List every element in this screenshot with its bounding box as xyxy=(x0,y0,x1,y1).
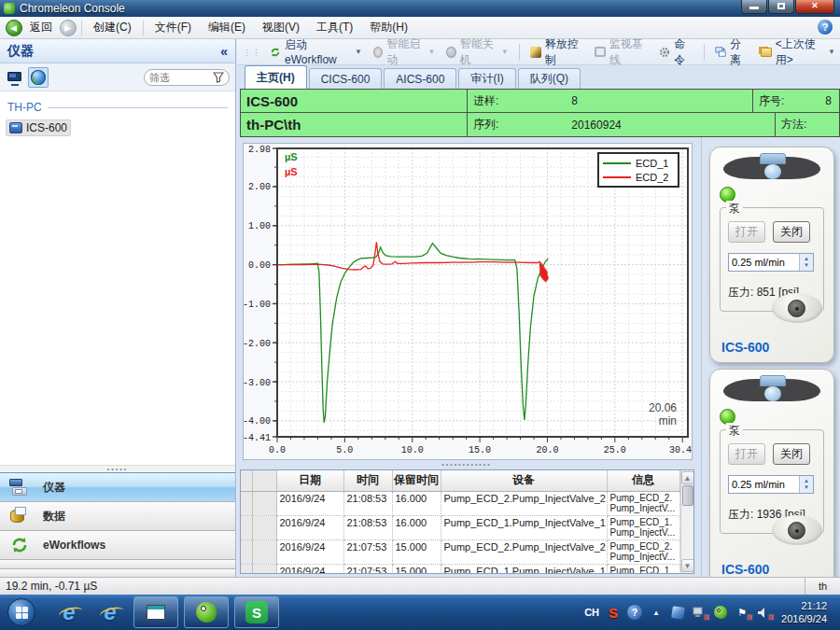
forward-icon[interactable]: ▶ xyxy=(60,20,77,36)
pump-card-2: 泵 打开 关闭 ▲▼ 压力: 1936 [psi] xyxy=(709,369,834,577)
menu-edit[interactable]: 编辑(E) xyxy=(200,17,254,38)
svg-text:2.98: 2.98 xyxy=(248,145,271,155)
window-titlebar: Chromeleon Console ✕ xyxy=(0,0,840,17)
flow-rate-input[interactable] xyxy=(729,476,799,493)
pump-off-button[interactable]: 关闭 xyxy=(773,443,810,465)
chart-plot[interactable]: 2.982.001.000.00-1.00-2.00-3.00-4.00-4.4… xyxy=(244,144,693,461)
tab-queue[interactable]: 队列(Q) xyxy=(518,68,581,89)
serial-label: 序号: xyxy=(759,93,784,109)
pump-on-button[interactable]: 打开 xyxy=(728,221,765,243)
ie-taskbar-icon-2[interactable]: e xyxy=(94,596,126,628)
sidebar-splitter[interactable]: ••••• xyxy=(0,465,235,472)
svg-text:30.4: 30.4 xyxy=(669,445,692,455)
log-scrollbar[interactable]: ▲ ▼ xyxy=(680,470,694,573)
instrument-icon xyxy=(9,122,22,133)
tab-home[interactable]: 主页(H) xyxy=(245,65,307,89)
svg-text:20.0: 20.0 xyxy=(536,445,558,455)
scroll-down-icon[interactable]: ▼ xyxy=(681,559,694,572)
serial-value: 8 xyxy=(825,94,832,107)
sequence-value: 20160924 xyxy=(571,119,621,132)
log-row[interactable]: 2016/9/2421:07:5315.000Pump_ECD_1.Pump_I… xyxy=(241,564,679,574)
taskbar-clock[interactable]: 21:12 2016/9/24 xyxy=(777,599,833,625)
spinner-arrows-icon[interactable]: ▲▼ xyxy=(799,254,813,271)
volume-muted-icon[interactable]: × xyxy=(756,605,771,620)
col-info[interactable]: 信息 xyxy=(607,470,679,491)
eworkflows-icon xyxy=(9,536,30,554)
close-button[interactable]: ✕ xyxy=(795,0,834,14)
col-device[interactable]: 设备 xyxy=(441,470,607,491)
clock-date: 2016/9/24 xyxy=(781,612,827,625)
instrument-name: ICS-600 xyxy=(246,93,298,109)
chromatogram-chart[interactable]: 2.982.001.000.00-1.00-2.00-3.00-4.00-4.4… xyxy=(243,143,693,460)
show-hidden-icons-chevron[interactable]: ▴ xyxy=(649,605,664,620)
flow-rate-input[interactable] xyxy=(729,254,799,271)
funnel-icon xyxy=(213,72,224,83)
filter-box[interactable] xyxy=(144,69,230,86)
sidebar-nav-eworkflows[interactable]: eWorkflows xyxy=(0,530,235,559)
network-disconnected-icon[interactable]: × xyxy=(692,605,707,620)
status-user: th xyxy=(805,578,840,595)
menu-file[interactable]: 文件(F) xyxy=(147,17,200,38)
back-label[interactable]: 返回 xyxy=(24,17,58,38)
local-view-icon[interactable] xyxy=(6,69,24,86)
sidebar-nav-data[interactable]: 数据 xyxy=(0,501,235,530)
inject-label: 进样: xyxy=(473,93,498,109)
explorer-taskbar-button[interactable] xyxy=(133,596,178,628)
device-panel: 泵 打开 关闭 ▲▼ 压力: 851 [psi] xyxy=(701,137,840,577)
start-eworkflow-button[interactable]: 启动 eWorkflow▼ xyxy=(265,35,367,69)
help-icon[interactable]: ? xyxy=(818,20,833,35)
tray-help-icon[interactable]: ? xyxy=(627,605,642,620)
pump-on-button[interactable]: 打开 xyxy=(728,443,765,465)
chromeleon-tray-icon[interactable] xyxy=(713,605,728,620)
collapse-panel-icon[interactable]: « xyxy=(220,44,228,59)
valve-button[interactable] xyxy=(772,515,822,545)
menu-create[interactable]: 创建(C) xyxy=(85,17,140,38)
flow-rate-stepper[interactable]: ▲▼ xyxy=(728,253,814,272)
action-center-flag-icon[interactable]: ⚑× xyxy=(735,605,749,620)
tree-item-ics600[interactable]: ICS-600 xyxy=(6,119,71,136)
scroll-thumb[interactable] xyxy=(682,485,693,506)
pressure-label: 压力: xyxy=(728,508,753,521)
log-row[interactable]: 2016/9/2421:07:5315.000Pump_ECD_2.Pump_I… xyxy=(241,539,679,564)
tab-cics600[interactable]: CICS-600 xyxy=(309,68,383,89)
filter-input[interactable] xyxy=(149,72,205,83)
sunlogin-taskbar-button[interactable]: S xyxy=(234,596,279,628)
smart-shutdown-icon xyxy=(446,47,455,58)
col-time[interactable]: 时间 xyxy=(343,470,392,491)
sogou-input-icon[interactable]: S xyxy=(606,605,621,620)
svg-text:10.0: 10.0 xyxy=(401,445,424,455)
chart-table-splitter[interactable]: •••••••••••• xyxy=(241,462,693,469)
tab-audit[interactable]: 审计(I) xyxy=(458,68,515,89)
log-row[interactable]: 2016/9/2421:08:5316.000Pump_ECD_2.Pump_I… xyxy=(241,491,679,515)
chromeleon-taskbar-button[interactable] xyxy=(184,596,229,628)
flow-rate-stepper[interactable]: ▲▼ xyxy=(728,475,814,494)
sidebar-nav-instruments[interactable]: 仪器 xyxy=(0,472,235,501)
ie-taskbar-icon[interactable]: e xyxy=(53,596,85,628)
s-app-icon: S xyxy=(245,601,268,623)
instrument-toolbar: ⋮⋮ 启动 eWorkflow▼ 智能启动▼ 智能关机▼ 释放控制 监视基线 xyxy=(237,39,840,65)
pump-off-button[interactable]: 关闭 xyxy=(773,221,810,243)
network-view-button[interactable] xyxy=(28,67,49,88)
tray-cube-icon[interactable] xyxy=(670,605,685,620)
smart-start-icon xyxy=(373,47,383,58)
restore-button[interactable] xyxy=(768,0,794,14)
valve-button[interactable] xyxy=(772,293,822,323)
tree-group-thpc[interactable]: TH-PC xyxy=(4,99,231,116)
col-date[interactable]: 日期 xyxy=(276,470,343,491)
pump-cap-knob xyxy=(764,164,781,179)
scroll-up-icon[interactable]: ▲ xyxy=(681,471,694,484)
tab-bar: 主页(H) CICS-600 AICS-600 审计(I) 队列(Q) xyxy=(245,65,840,89)
release-control-icon xyxy=(530,47,541,58)
svg-text:-4.41: -4.41 xyxy=(244,433,271,443)
input-language-indicator[interactable]: CH xyxy=(584,605,599,620)
log-row[interactable]: 2016/9/2421:08:5316.000Pump_ECD_1.Pump_I… xyxy=(241,515,679,539)
minimize-button[interactable] xyxy=(741,0,767,14)
sequence-label: 序列: xyxy=(473,117,498,133)
toolbar-grip[interactable]: ⋮⋮ xyxy=(243,48,261,57)
spinner-arrows-icon[interactable]: ▲▼ xyxy=(799,476,813,493)
svg-text:5.0: 5.0 xyxy=(336,445,353,455)
tab-aics600[interactable]: AICS-600 xyxy=(384,68,456,89)
col-retention[interactable]: 保留时间 xyxy=(392,470,441,491)
back-icon[interactable]: ◀ xyxy=(6,20,22,36)
start-button[interactable] xyxy=(7,598,35,626)
